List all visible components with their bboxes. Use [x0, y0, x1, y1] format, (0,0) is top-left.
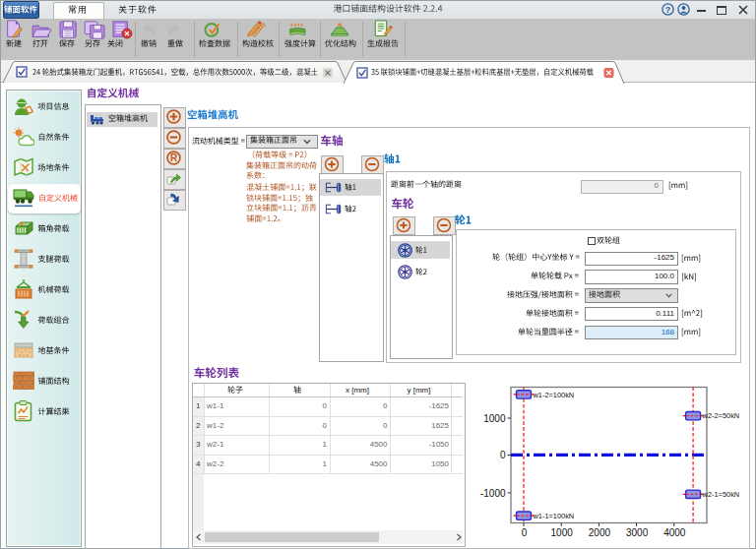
svg-text:-1000: -1000	[480, 488, 506, 499]
svg-text:3000: 3000	[626, 527, 649, 538]
svg-text:R: R	[170, 152, 178, 163]
svg-text:w1-2=100kN: w1-2=100kN	[533, 391, 575, 399]
svg-text:1000: 1000	[483, 413, 506, 424]
svg-text:0: 0	[522, 527, 528, 538]
svg-text:1000: 1000	[551, 527, 574, 538]
svg-text:4000: 4000	[663, 527, 686, 538]
svg-text:0: 0	[500, 450, 506, 460]
svg-text:w2-1=50kN: w2-1=50kN	[702, 490, 740, 499]
svg-text:w2-2=50kN: w2-2=50kN	[702, 411, 740, 420]
svg-text:w1-1=100kN: w1-1=100kN	[533, 512, 575, 520]
svg-text:?: ?	[665, 5, 671, 15]
svg-text:2000: 2000	[589, 527, 611, 538]
